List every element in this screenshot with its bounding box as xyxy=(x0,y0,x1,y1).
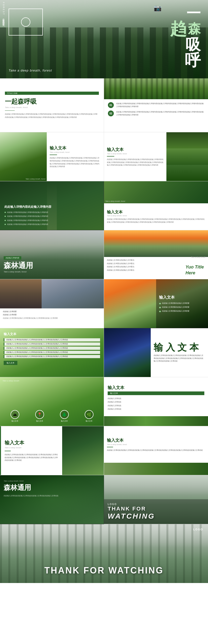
num-text-2: 此处输入详情内容此处输入详情内容此处输入详情内容此处输入详情内容此处输入详情内容… xyxy=(116,110,204,116)
slide-4-right: Take a deep breath, forest 输入文本 Take a d… xyxy=(104,181,208,230)
slide3r-title: 输入文本 xyxy=(107,147,164,152)
slide-9-right: 输入文本 Take a deep breath, forest 此处输入文章此处… xyxy=(104,426,208,475)
slide7r-title: 输 入 文 本 xyxy=(154,343,205,352)
thankyou-logo: LOGO xyxy=(193,528,203,531)
slide8r-title: 输入文本 xyxy=(108,385,204,390)
slide8r-tag: 输入文本 xyxy=(108,392,204,395)
slide5r-title-en: Yuo Title Here xyxy=(186,264,205,276)
slide4r-title: 输入文本 xyxy=(107,210,205,215)
slide-10-right: LOGO THANK FOR WATCHING xyxy=(104,475,208,524)
slide2l-en: Take a deep breath, forest xyxy=(5,106,99,108)
row-slide-10: Take a deep breath, forest 森林通用 此处输入文章此处… xyxy=(0,475,208,524)
slide-7-right: 输 入 文 本 此处输入文章此处此处输入文章此处此处输入文章此处此处输入文章此处… xyxy=(104,328,208,377)
slide5l-sub: Take a deep breath, forest xyxy=(4,271,33,273)
slide2l-title: 一起森呼吸 xyxy=(5,97,99,106)
presentation: FOREST 森林多思莽游前前凡 📷 一 趋 森 吸 呼 Take a deep… xyxy=(0,0,208,583)
slide-6-right: 输入文本 ◆此处输入文章密要此处输入文章密要 ◆此处输入文章密要此处输入文章密要… xyxy=(104,279,208,328)
num-circle-2: 02 xyxy=(108,110,114,116)
row-slide-6: 此处输入文章密要 此处输入文章密要 此处输入文章密要此处输入文章密要此处输入文章… xyxy=(0,279,208,328)
slide7l-input-btn[interactable]: 输入文本 xyxy=(4,361,17,365)
slide2l-body: 此处输入详情内容此处输入详情内容此处输入详情内容此处输入详情内容此处输入详情内容… xyxy=(5,113,99,119)
slide7r-body: 此处输入文章此处此处输入文章此处此处输入文章此处此处输入文章此处此处输入文章此处… xyxy=(154,354,205,362)
slide-4-left: 此处输入详情内容此处输入详情内容 ◆此处输入详情内容此处输入详情内容此处输入详情… xyxy=(0,181,104,230)
title-char-3: 森 xyxy=(188,22,201,35)
slide10l-title: 森林通用 xyxy=(4,483,58,492)
camera-icon: 📷 xyxy=(154,4,162,12)
camera-lens xyxy=(21,18,30,27)
row-slide-3: Take a deep breath, forest 输入文本 Take a d… xyxy=(0,132,208,181)
vertical-text: FOREST 森林多思莽游前前凡 xyxy=(2,2,5,23)
slide-8-right: 输入文本 输入文本 此处输入文章此处 此处输入文章此处 此处输入文章此处 此处输… xyxy=(104,377,208,426)
slide6r-title: 输入文本 xyxy=(159,295,205,300)
slide4l-main-title: 此处输入详情内容此处输入详情内容 xyxy=(4,205,99,209)
slide4r-body: 此处输入详情内容此处输入详情内容此处输入详情内容此处输入详情内容此处输入详情内容… xyxy=(107,218,205,224)
num-circle-1: 01 xyxy=(108,102,114,108)
slide-5-left: 此处输入详情内容 森林通用 Take a deep breath, forest xyxy=(0,230,104,279)
camera-frame xyxy=(8,8,43,36)
row-slide-5: 此处输入详情内容 森林通用 Take a deep breath, forest… xyxy=(0,230,208,279)
row-slide-8: Take a deep breath ⛰ 输入文本 📍 输入文本 🌲 输入文本 … xyxy=(0,377,208,426)
slide3l-body: 此处输入详情内容此处输入详情内容此处输入详情内容此处输入详情内容此处输入详情内容… xyxy=(50,156,101,168)
slide-2-right: 01 此处输入详情内容此处输入详情内容此处输入详情内容此处输入详情内容此处输入详… xyxy=(104,78,208,132)
slide-3-left: Take a deep breath, forest 输入文本 Take a d… xyxy=(0,132,104,181)
slide4r-en: Take a deep breath, forest xyxy=(107,215,205,216)
thankyou-text: THANK FOR WATCHING xyxy=(44,565,164,576)
slide-3-right: 输入文本 Take a deep breath, forest 此处输入详情内容… xyxy=(104,132,208,181)
slide-8-left: Take a deep breath ⛰ 输入文本 📍 输入文本 🌲 输入文本 … xyxy=(0,377,104,426)
slide3r-en: Take a deep breath, forest xyxy=(107,153,164,154)
slide9l-body: 此处输入文章此处此处输入文章此处此处输入文章此处此处输入文章此处此处输入文章此处… xyxy=(5,453,58,462)
slide-6-left: 此处输入文章密要 此处输入文章密要 此处输入文章密要此处输入文章密要此处输入文章… xyxy=(0,279,104,328)
slide-1-hero: FOREST 森林多思莽游前前凡 📷 一 趋 森 吸 呼 Take a deep… xyxy=(0,0,208,78)
row-slide-2: TITILE ONE 一起森呼吸 Take a deep breath, for… xyxy=(0,78,208,132)
title-char-2: 趋 xyxy=(170,20,187,37)
title-char-1: 一 xyxy=(170,6,201,20)
row-slide-4: 此处输入详情内容此处输入详情内容 ◆此处输入详情内容此处输入详情内容此处输入详情… xyxy=(0,181,208,230)
slide-10-left: Take a deep breath, forest 森林通用 此处输入文章此处… xyxy=(0,475,104,524)
slide2l-tag: TITILE ONE xyxy=(5,92,99,95)
slide-7-left: 输入文本 此处输入人文章此处此处输入人文章此处此处输入人文章此处此处输入人文章此… xyxy=(0,328,104,377)
slide5l-tag: 此处输入详情内容 xyxy=(4,256,21,260)
slide10l-body: 此处输入文章此处此处输入文章此处此处输入文章此处此处输入文章此处 xyxy=(4,494,58,497)
slide7l-title: 输入文本 xyxy=(4,332,100,336)
slide3l-en: Take a deep breath, forest xyxy=(50,152,101,153)
hero-title: 一 趋 森 吸 呼 xyxy=(170,6,201,68)
slide3r-body: 此处输入详情内容此处输入详情内容此处输入详情内容此处输入详情内容此处输入详情内容… xyxy=(107,158,164,166)
slide9l-title: 输入文本 xyxy=(5,440,58,446)
row-slide-7: 输入文本 此处输入人文章此处此处输入人文章此处此处输入人文章此处此处输入人文章此… xyxy=(0,328,208,377)
slide-9-left: 输入文本 Take a deep breath 此处输入文章此处此处输入文章此处… xyxy=(0,426,104,475)
row-slide-9: 输入文本 Take a deep breath 此处输入文章此处此处输入文章此处… xyxy=(0,426,208,475)
slide-thankyou: LOGO THANK FOR WATCHING xyxy=(0,524,208,583)
slide5l-main-title: 森林通用 xyxy=(4,261,33,271)
hero-subtitle: Take a deep breath, forest xyxy=(8,68,52,72)
num-text-1: 此处输入详情内容此处输入详情内容此处输入详情内容此处输入详情内容此处输入详情内容… xyxy=(116,102,204,108)
title-char-4: 吸 xyxy=(170,37,201,52)
slide9r-title: 输入文本 xyxy=(107,438,205,443)
slide-5-right: Take a deep breath 此处输入文本要点此处输入文本要点 此处输入… xyxy=(104,230,208,279)
slide9r-body: 此处输入文章此处此处输入文章此处此处输入文章此处此处输入文章此处此处输入文章此处… xyxy=(107,449,205,452)
title-char-5: 呼 xyxy=(170,52,201,68)
slide-2-left: TITILE ONE 一起森呼吸 Take a deep breath, for… xyxy=(0,78,104,132)
slide3l-title: 输入文本 xyxy=(50,145,101,151)
slide4l-bullets: ◆此处输入详情内容此处输入详情内容此处输入详情内容 ◆此处输入详情内容此处输入详… xyxy=(4,211,99,226)
